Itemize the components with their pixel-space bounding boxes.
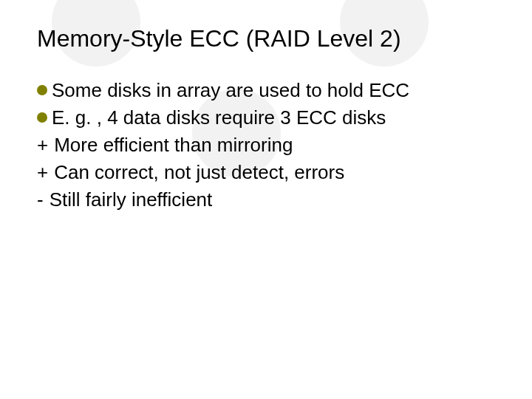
bullet-dot-icon — [37, 85, 47, 95]
slide-body: Some disks in array are used to hold ECC… — [37, 78, 495, 213]
bullet-item: + Can correct, not just detect, errors — [37, 160, 495, 185]
bullet-dot-icon — [37, 112, 47, 123]
bullet-text: E. g. , 4 data disks require 3 ECC disks — [52, 105, 495, 131]
bullet-item: Some disks in array are used to hold ECC — [37, 78, 495, 103]
bullet-text: Can correct, not just detect, errors — [54, 160, 495, 185]
slide-title: Memory-Style ECC (RAID Level 2) — [37, 25, 495, 52]
bullet-item: E. g. , 4 data disks require 3 ECC disks — [37, 105, 495, 131]
bullet-item: + More efficient than mirroring — [37, 132, 495, 158]
bullet-text: Still fairly inefficient — [50, 187, 495, 213]
minus-prefix: - — [37, 187, 44, 213]
slide-content: Memory-Style ECC (RAID Level 2) Some dis… — [0, 0, 532, 213]
plus-prefix: + — [37, 160, 48, 185]
bullet-text: Some disks in array are used to hold ECC — [52, 78, 495, 103]
bullet-text: More efficient than mirroring — [54, 132, 495, 158]
bullet-item: - Still fairly inefficient — [37, 187, 495, 213]
plus-prefix: + — [37, 132, 48, 158]
